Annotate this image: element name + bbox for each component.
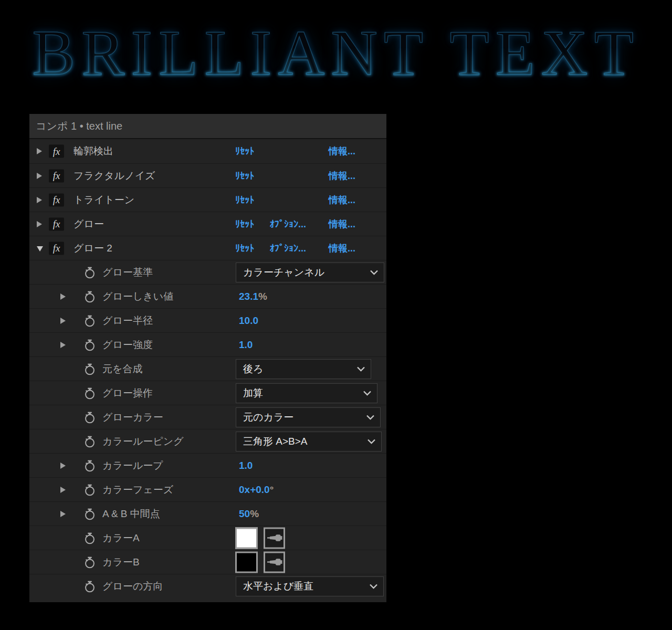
param-value[interactable]: 10.0: [239, 315, 258, 327]
reset-link[interactable]: ﾘｾｯﾄ: [235, 218, 254, 229]
param-row-glow-intensity: グロー強度 1.0: [29, 332, 386, 356]
color-b-swatch[interactable]: [235, 551, 258, 573]
stopwatch-icon[interactable]: [83, 507, 96, 521]
param-value[interactable]: 1.0: [239, 339, 253, 351]
expand-arrow-icon[interactable]: [37, 148, 42, 154]
stopwatch-icon[interactable]: [83, 411, 96, 424]
glow-operation-dropdown[interactable]: 加算: [236, 383, 377, 403]
effect-row-glow: fx グロー ﾘｾｯﾄ ｵﾌﾟｼｮﾝ... 情報...: [29, 212, 386, 236]
param-label: グローカラー: [102, 411, 163, 424]
param-label: A & B 中間点: [102, 507, 160, 521]
stopwatch-icon[interactable]: [83, 531, 96, 545]
fx-badge[interactable]: fx: [49, 217, 64, 230]
dropdown-value: 後ろ: [243, 362, 263, 376]
options-link[interactable]: ｵﾌﾟｼｮﾝ...: [270, 243, 306, 254]
effect-row-glow-2: fx グロー 2 ﾘｾｯﾄ ｵﾌﾟｼｮﾝ... 情報...: [29, 236, 386, 260]
effect-name[interactable]: グロー 2: [74, 242, 112, 255]
param-row-glow-radius: グロー半径 10.0: [29, 308, 386, 332]
effect-row-edge-detect: fx 輪郭検出 ﾘｾｯﾄ 情報...: [29, 139, 386, 163]
param-row-color-b: カラーB: [29, 550, 386, 574]
eyedropper-icon[interactable]: [264, 551, 285, 573]
dropdown-value: 三角形 A>B>A: [243, 435, 308, 448]
composite-original-dropdown[interactable]: 後ろ: [236, 359, 371, 379]
stopwatch-icon[interactable]: [83, 459, 96, 472]
effect-rows: fx 輪郭検出 ﾘｾｯﾄ 情報... fx フラクタルノイズ ﾘｾｯﾄ 情報..…: [29, 139, 386, 598]
effect-row-fractal-noise: fx フラクタルノイズ ﾘｾｯﾄ 情報...: [29, 163, 386, 187]
dropdown-value: カラーチャンネル: [243, 266, 324, 279]
expand-arrow-icon[interactable]: [60, 511, 66, 517]
color-looping-dropdown[interactable]: 三角形 A>B>A: [236, 432, 382, 452]
color-a-swatch[interactable]: [235, 527, 258, 549]
param-label: グローしきい値: [102, 290, 173, 303]
param-value[interactable]: 50%: [239, 508, 259, 520]
param-value[interactable]: 23.1%: [239, 291, 267, 302]
param-row-glow-operation: グロー操作 加算: [29, 381, 386, 405]
reset-link[interactable]: ﾘｾｯﾄ: [235, 194, 254, 205]
param-row-glow-dimensions: グローの方向 水平および垂直: [29, 574, 386, 598]
effect-name[interactable]: トライトーン: [74, 193, 134, 207]
dropdown-value: 水平および垂直: [243, 580, 313, 593]
reset-link[interactable]: ﾘｾｯﾄ: [235, 146, 254, 157]
info-link[interactable]: 情報...: [329, 218, 355, 230]
param-label: グロー半径: [102, 314, 153, 328]
param-row-glow-colors: グローカラー 元のカラー: [29, 405, 386, 429]
expand-arrow-icon[interactable]: [60, 463, 66, 469]
expand-arrow-icon[interactable]: [60, 318, 66, 324]
param-label: 元を合成: [102, 362, 142, 376]
info-link[interactable]: 情報...: [329, 194, 355, 206]
stopwatch-icon[interactable]: [83, 580, 96, 593]
chevron-down-icon: [363, 390, 372, 396]
stopwatch-icon[interactable]: [83, 483, 96, 497]
panel-header: コンポ 1 • text line: [29, 114, 386, 139]
expand-arrow-icon[interactable]: [37, 197, 42, 203]
info-link[interactable]: 情報...: [329, 242, 355, 255]
expand-arrow-icon[interactable]: [37, 221, 42, 227]
options-link[interactable]: ｵﾌﾟｼｮﾝ...: [270, 218, 306, 229]
param-value[interactable]: 1.0: [239, 460, 253, 471]
param-row-color-a: カラーA: [29, 526, 386, 550]
stage: BRILLIANT TEXT BRILLIANT TEXT コンポ 1 • te…: [0, 0, 672, 630]
glow-based-on-dropdown[interactable]: カラーチャンネル: [236, 262, 384, 282]
value-unit: %: [250, 508, 259, 519]
expand-arrow-icon[interactable]: [60, 342, 66, 348]
param-label: グロー基準: [102, 266, 153, 279]
stopwatch-icon[interactable]: [83, 435, 96, 448]
glow-colors-dropdown[interactable]: 元のカラー: [236, 407, 381, 427]
param-label: カラーループ: [102, 459, 163, 472]
fx-badge[interactable]: fx: [49, 193, 64, 206]
fx-badge[interactable]: fx: [49, 242, 64, 255]
collapse-arrow-icon[interactable]: [37, 246, 43, 251]
info-link[interactable]: 情報...: [329, 145, 355, 158]
stopwatch-icon[interactable]: [83, 314, 96, 328]
fx-badge[interactable]: fx: [49, 169, 64, 182]
stopwatch-icon[interactable]: [83, 266, 96, 279]
stopwatch-icon[interactable]: [83, 290, 96, 303]
fx-badge[interactable]: fx: [49, 145, 64, 158]
effect-controls-panel: コンポ 1 • text line fx 輪郭検出 ﾘｾｯﾄ 情報... fx …: [29, 114, 386, 602]
stopwatch-icon[interactable]: [83, 338, 96, 352]
value-unit: %: [258, 291, 267, 302]
stopwatch-icon[interactable]: [83, 362, 96, 376]
reset-link[interactable]: ﾘｾｯﾄ: [235, 243, 254, 254]
eyedropper-icon[interactable]: [264, 527, 285, 549]
effect-name[interactable]: 輪郭検出: [74, 144, 113, 158]
stopwatch-icon[interactable]: [83, 555, 96, 569]
effect-name[interactable]: フラクタルノイズ: [74, 169, 155, 183]
expand-arrow-icon[interactable]: [60, 293, 66, 300]
expand-arrow-icon[interactable]: [60, 487, 66, 493]
param-value[interactable]: 0x+0.0°: [239, 484, 274, 496]
effect-name[interactable]: グロー: [74, 217, 104, 231]
chevron-down-icon: [356, 366, 365, 372]
panel-title: コンポ 1 • text line: [36, 119, 122, 133]
param-label: カラールーピング: [102, 435, 184, 448]
glow-dimensions-dropdown[interactable]: 水平および垂直: [236, 576, 384, 596]
param-row-glow-based-on: グロー基準 カラーチャンネル: [29, 260, 386, 284]
info-link[interactable]: 情報...: [329, 170, 355, 182]
param-row-ab-midpoint: A & B 中間点 50%: [29, 501, 386, 526]
stopwatch-icon[interactable]: [83, 386, 96, 400]
dropdown-value: 元のカラー: [243, 411, 293, 424]
effect-row-tritone: fx トライトーン ﾘｾｯﾄ 情報...: [29, 187, 386, 212]
chevron-down-icon: [366, 414, 375, 421]
reset-link[interactable]: ﾘｾｯﾄ: [235, 170, 254, 181]
expand-arrow-icon[interactable]: [37, 173, 42, 179]
